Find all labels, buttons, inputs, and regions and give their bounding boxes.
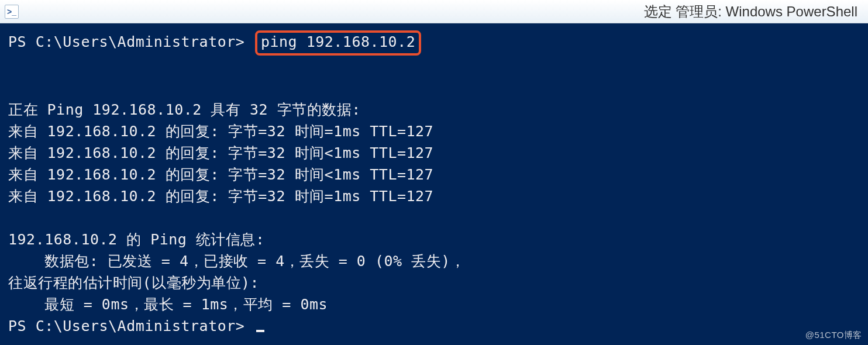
ping-reply-4: 来自 192.168.10.2 的回复: 字节=32 时间=1ms TTL=12… <box>8 188 433 205</box>
powershell-icon: >_ <box>5 5 19 19</box>
prompt-prefix: PS C:\Users\Administrator> <box>8 33 244 50</box>
stats-rtt: 最短 = 0ms，最长 = 1ms，平均 = 0ms <box>8 296 328 313</box>
powershell-window: >_ 选定 管理员: Windows PowerShell PS C:\User… <box>0 0 868 345</box>
title-bar[interactable]: >_ 选定 管理员: Windows PowerShell <box>0 0 868 23</box>
command-highlight: ping 192.168.10.2 <box>255 30 421 56</box>
prompt-prefix-2: PS C:\Users\Administrator> <box>8 318 254 334</box>
prompt-line-2: PS C:\Users\Administrator> <box>8 318 264 334</box>
ping-header: 正在 Ping 192.168.10.2 具有 32 字节的数据: <box>8 101 361 118</box>
ping-reply-2: 来自 192.168.10.2 的回复: 字节=32 时间<1ms TTL=12… <box>8 144 433 161</box>
terminal-area[interactable]: PS C:\Users\Administrator> ping 192.168.… <box>0 23 868 345</box>
ping-command: ping 192.168.10.2 <box>261 33 415 50</box>
ping-reply-1: 来自 192.168.10.2 的回复: 字节=32 时间=1ms TTL=12… <box>8 123 433 140</box>
watermark: @51CTO博客 <box>805 329 862 341</box>
powershell-icon-glyph: >_ <box>7 7 16 16</box>
stats-header: 192.168.10.2 的 Ping 统计信息: <box>8 231 265 248</box>
window-title: 选定 管理员: Windows PowerShell <box>23 2 863 21</box>
prompt-line-1: PS C:\Users\Administrator> ping 192.168.… <box>8 30 860 56</box>
cursor <box>256 330 264 332</box>
ping-reply-3: 来自 192.168.10.2 的回复: 字节=32 时间<1ms TTL=12… <box>8 166 433 183</box>
stats-packets: 数据包: 已发送 = 4，已接收 = 4，丢失 = 0 (0% 丢失)， <box>8 253 465 270</box>
stats-rtt-header: 往返行程的估计时间(以毫秒为单位): <box>8 274 259 291</box>
